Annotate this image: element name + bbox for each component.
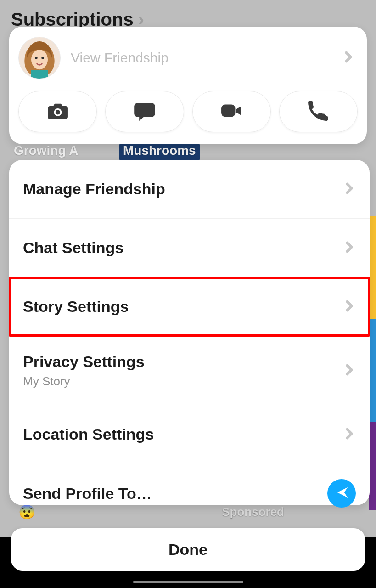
chevron-right-icon: [342, 51, 355, 65]
action-row: [18, 91, 358, 132]
done-label: Done: [168, 541, 208, 559]
row-sublabel: My Story: [23, 374, 145, 389]
svg-point-1: [31, 50, 48, 69]
done-button[interactable]: Done: [11, 528, 365, 571]
svg-point-2: [35, 57, 38, 59]
bg-chip-growing: Growing A: [14, 143, 79, 158]
privacy-settings-row[interactable]: Privacy Settings My Story: [9, 336, 370, 405]
chevron-right-icon: [343, 241, 356, 255]
view-friendship-label: View Friendship: [71, 50, 168, 66]
row-label: Location Settings: [23, 425, 154, 443]
camera-icon: [45, 98, 70, 125]
svg-rect-7: [221, 105, 235, 117]
video-icon: [219, 98, 244, 125]
video-call-button[interactable]: [192, 91, 271, 132]
settings-sheet: Manage Friendship Chat Settings Story Se…: [9, 160, 370, 505]
snap-button[interactable]: [18, 91, 97, 132]
chat-settings-row[interactable]: Chat Settings: [9, 219, 370, 277]
location-settings-row[interactable]: Location Settings: [9, 405, 370, 464]
story-settings-row[interactable]: Story Settings: [9, 277, 370, 336]
send-button[interactable]: [327, 479, 356, 508]
audio-call-button[interactable]: [279, 91, 358, 132]
manage-friendship-row[interactable]: Manage Friendship: [9, 160, 370, 219]
chevron-right-icon: [343, 300, 356, 314]
svg-point-6: [56, 110, 60, 114]
avatar[interactable]: [18, 37, 61, 79]
home-indicator: [133, 581, 243, 583]
chat-button[interactable]: [105, 91, 184, 132]
row-label: Privacy Settings: [23, 353, 145, 371]
chevron-right-icon: [343, 363, 356, 378]
row-label: Story Settings: [23, 298, 129, 316]
row-label: Chat Settings: [23, 239, 123, 257]
chevron-right-icon: [343, 427, 356, 442]
chat-icon: [132, 98, 157, 125]
view-friendship-row[interactable]: View Friendship: [18, 37, 358, 79]
send-profile-row[interactable]: Send Profile To…: [9, 464, 370, 523]
svg-point-3: [41, 57, 44, 59]
bg-chip-mushrooms: Mushrooms: [119, 143, 200, 161]
row-label: Manage Friendship: [23, 180, 165, 198]
profile-card: View Friendship: [9, 27, 367, 144]
row-label: Send Profile To…: [23, 485, 152, 503]
chevron-right-icon: [343, 182, 356, 197]
send-icon: [334, 486, 349, 501]
phone-icon: [306, 98, 331, 125]
svg-rect-4: [31, 70, 48, 79]
bg-color-strip: [369, 216, 376, 510]
